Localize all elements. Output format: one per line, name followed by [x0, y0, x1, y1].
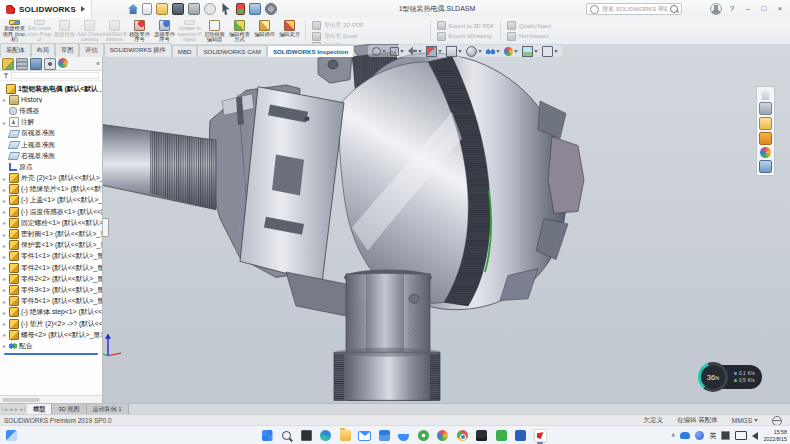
ribbon-button[interactable]: Add/Edit Balloons — [102, 19, 127, 43]
export-menu-item[interactable]: Export to 3D PDF — [437, 21, 494, 30]
appearances-scenes-icon[interactable] — [760, 147, 771, 158]
select-icon[interactable] — [220, 3, 232, 15]
graphics-viewport[interactable] — [0, 44, 790, 403]
dropdown-caret-icon[interactable] — [458, 50, 462, 53]
dropdown-caret-icon[interactable] — [418, 50, 422, 53]
tree-item[interactable]: ▸ 保护套<1> (默认<<默认>_显示状 — [0, 240, 102, 251]
home-icon[interactable] — [128, 4, 138, 14]
expand-arrow-icon[interactable]: ▸ — [2, 275, 7, 282]
design-library-icon[interactable] — [759, 102, 772, 115]
next-tab-icon[interactable]: ► — [14, 407, 18, 412]
expand-arrow-icon[interactable]: ▸ — [2, 342, 7, 349]
unit-system-selector[interactable]: MMGS — [732, 417, 758, 424]
language-indicator[interactable]: 英 — [709, 431, 716, 441]
panel-collapse-icon[interactable]: « — [96, 60, 100, 67]
usage-ring[interactable]: 36% — [698, 362, 728, 392]
dropdown-caret-icon[interactable] — [554, 50, 558, 53]
expand-arrow-icon[interactable]: ▸ — [2, 119, 7, 126]
taskbar-clock[interactable]: 15:58 2022/8/15 — [763, 429, 787, 442]
command-tab[interactable]: SOLIDWORKS Inspection — [267, 45, 354, 57]
expand-arrow-icon[interactable]: ▸ — [2, 331, 7, 338]
login-icon[interactable] — [710, 3, 722, 15]
ribbon-button[interactable]: Edit Inspection Project — [27, 19, 52, 43]
featuremanager-tab-icon[interactable] — [2, 58, 14, 70]
custom-properties-icon[interactable] — [759, 160, 772, 173]
tree-horizontal-scrollbar[interactable] — [0, 395, 102, 403]
apply-scene-icon[interactable] — [522, 46, 533, 57]
dropdown-caret-icon[interactable] — [400, 50, 404, 53]
ribbon-button[interactable]: 启动模板编辑器 — [202, 19, 227, 43]
taskbar-item[interactable] — [514, 429, 528, 443]
expand-arrow-icon[interactable]: ▸ — [2, 197, 7, 204]
tree-item[interactable]: ▸ (-) 上盖<1> (默认<<默认>_显示状 — [0, 195, 102, 206]
menu-expand-icon[interactable] — [81, 6, 85, 12]
ribbon-button[interactable]: Update Inspection Project — [177, 19, 202, 43]
tree-item[interactable]: ▸ (-) 温度传感器<1> (默认<<默认>_ — [0, 206, 102, 217]
tree-root-item[interactable]: 1型铠装热电偶 (默认<默认_显示状态-1 — [0, 83, 102, 94]
file-properties-icon[interactable] — [249, 3, 261, 15]
export-menu-item[interactable]: QualityXpert — [507, 21, 551, 30]
export-menu-item[interactable]: 导出至 Excel — [312, 32, 424, 41]
new-document-icon[interactable] — [142, 3, 152, 15]
section-view-icon[interactable] — [426, 46, 437, 57]
options-icon[interactable] — [265, 3, 277, 15]
command-tab[interactable]: 评估 — [79, 43, 103, 57]
tree-item[interactable]: ▸ (-) 绝缘体.step<1> (默认<<默认> — [0, 307, 102, 318]
dropdown-caret-icon[interactable] — [514, 50, 518, 53]
expand-arrow-icon[interactable]: ▸ — [2, 186, 7, 193]
taskbar-item[interactable] — [260, 429, 274, 443]
ribbon-button[interactable]: Add Characteristic — [77, 19, 102, 43]
dropdown-caret-icon[interactable] — [496, 50, 500, 53]
dropdown-caret-icon[interactable] — [382, 50, 386, 53]
export-menu-item[interactable]: 导出至 2D PDF — [312, 21, 424, 30]
export-menu-item[interactable]: Net-Inspect — [507, 32, 551, 41]
expand-arrow-icon[interactable]: ▸ — [2, 264, 7, 271]
ribbon-button[interactable]: 选择零件序号 — [152, 19, 177, 43]
taskbar-item[interactable] — [533, 429, 547, 443]
tree-item[interactable]: ▸ 固定螺栓<1> (默认<<默认>_显示 — [0, 217, 102, 228]
rebuild-icon[interactable] — [236, 3, 245, 15]
command-tab[interactable]: 装配体 — [0, 43, 31, 57]
file-explorer-pane-icon[interactable] — [759, 117, 772, 130]
taskbar-item[interactable] — [358, 429, 372, 443]
open-icon[interactable] — [156, 3, 168, 15]
view-palette-icon[interactable] — [759, 132, 772, 145]
tree-item[interactable]: ▸ 零件3<1> (默认<<默认>_显示状态 — [0, 284, 102, 295]
expand-arrow-icon[interactable]: ▸ — [2, 253, 7, 260]
expand-arrow-icon[interactable]: ▸ — [2, 231, 7, 238]
taskbar-item[interactable] — [436, 429, 450, 443]
tree-item[interactable]: ▸ 零件2<2> (默认<<默认>_显示状态 — [0, 273, 102, 284]
taskbar-item[interactable] — [455, 429, 469, 443]
propertymanager-tab-icon[interactable] — [16, 58, 28, 70]
tree-item[interactable]: 前视基准面 — [0, 128, 102, 139]
expand-arrow-icon[interactable]: ▸ — [2, 309, 7, 316]
save-icon[interactable] — [172, 3, 184, 15]
ribbon-button[interactable]: 新建报告 — [52, 19, 77, 43]
taskbar-item[interactable] — [397, 429, 411, 443]
dropdown-caret-icon[interactable] — [478, 50, 482, 53]
taskbar-item[interactable] — [416, 429, 430, 443]
first-tab-icon[interactable]: |◄ — [2, 407, 8, 412]
ribbon-button[interactable]: 移除零件序号 — [127, 19, 152, 43]
tree-item[interactable]: ▸ History — [0, 94, 102, 105]
command-tab[interactable]: SOLIDWORKS CAM — [197, 45, 266, 57]
display-cast-icon[interactable] — [735, 431, 747, 440]
taskbar-item[interactable] — [299, 429, 313, 443]
tree-item[interactable]: 右视基准面 — [0, 150, 102, 161]
tree-item[interactable]: ▸ 螺母<2> (默认<<默认>_显示状态 — [0, 329, 102, 340]
taskbar-item[interactable] — [338, 429, 352, 443]
ribbon-button[interactable]: 编辑检查方式 — [227, 19, 252, 43]
taskbar-item[interactable] — [319, 429, 333, 443]
undo-icon[interactable] — [204, 3, 216, 15]
prev-tab-icon[interactable]: ◄ — [9, 407, 13, 412]
web-help-icon[interactable] — [772, 416, 782, 426]
display-style-icon[interactable] — [466, 46, 477, 57]
dimxpertmanager-tab-icon[interactable] — [44, 58, 56, 70]
tree-item[interactable]: ▸ 外壳 (2)<1> (默认<<默认>_显示状 — [0, 173, 102, 184]
taskbar-item[interactable] — [4, 429, 18, 443]
search-icon[interactable] — [670, 5, 678, 13]
security-icon[interactable] — [695, 431, 704, 440]
view-settings-icon[interactable] — [542, 46, 553, 57]
expand-arrow-icon[interactable]: ▸ — [2, 208, 7, 215]
tree-item[interactable]: ▸ 零件1<1> (默认<<默认>_显示状态 — [0, 251, 102, 262]
